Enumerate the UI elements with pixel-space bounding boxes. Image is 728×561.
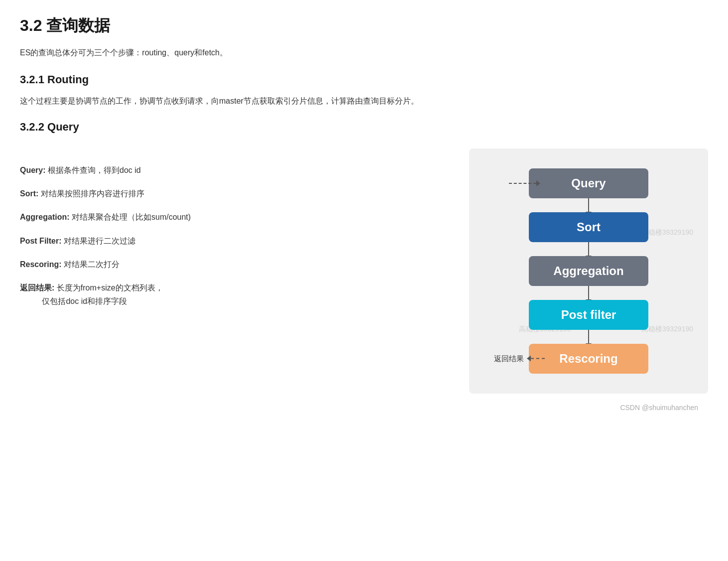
diagram-panel: 高稳楼39329190 高稳楼39329190 高稳楼39329190 高稳楼3… [469, 148, 708, 394]
main-title: 3.2 查询数据 [20, 15, 708, 37]
aggregation-row: Aggregation [494, 256, 683, 286]
arrow-a-pf [588, 286, 589, 300]
query-row: Query [494, 168, 683, 198]
item-val-query: 根据条件查询，得到doc id [48, 166, 141, 174]
item-key-return: 返回结果: [20, 283, 54, 292]
list-item-query: Query: 根据条件查询，得到doc id [20, 163, 449, 177]
query-title: 3.2.2 Query [20, 121, 708, 134]
routing-text: 这个过程主要是协调节点的工作，协调节点收到请求，向master节点获取索引分片信… [20, 94, 708, 109]
arrow-pf-r [588, 330, 589, 344]
item-key-sort: Sort: [20, 189, 38, 198]
list-item-rescoring: Rescoring: 对结果二次打分 [20, 258, 449, 271]
sort-box: Sort [529, 212, 648, 242]
arrow-q-s [588, 198, 589, 212]
list-item-aggregation: Aggregation: 对结果聚合处理（比如sum/count) [20, 210, 449, 224]
item-key-query: Query: [20, 166, 46, 174]
rescoring-box: Rescoring [529, 344, 648, 374]
list-item-post-filter: Post Filter: 对结果进行二次过滤 [20, 234, 449, 248]
sort-row: Sort [494, 212, 683, 242]
query-box: Query [529, 168, 648, 198]
diagram-container: Query Sort Aggregation [494, 168, 683, 374]
item-key-aggregation: Aggregation: [20, 213, 70, 221]
aggregation-box: Aggregation [529, 256, 648, 286]
arrow-s-a [588, 242, 589, 256]
list-item-return: 返回结果: 长度为from+size的文档列表， 仅包括doc id和排序字段 [20, 281, 449, 308]
query-arrow [509, 180, 540, 186]
intro-text: ES的查询总体分可为三个个步骤：routing、query和fetch。 [20, 46, 708, 59]
item-key-rescoring: Rescoring: [20, 260, 62, 269]
post-filter-box: Post filter [529, 300, 648, 330]
content-area: Query: 根据条件查询，得到doc id Sort: 对结果按照排序内容进行… [20, 148, 708, 394]
item-key-post-filter: Post Filter: [20, 237, 62, 245]
list-item-sort: Sort: 对结果按照排序内容进行排序 [20, 187, 449, 200]
return-arrow-group: 返回结果 [494, 354, 545, 363]
routing-title: 3.2.1 Routing [20, 73, 708, 86]
footer-credit: CSDN @shuimuhanchen [20, 404, 708, 412]
left-panel: Query: 根据条件查询，得到doc id Sort: 对结果按照排序内容进行… [20, 148, 449, 318]
item-val-post-filter: 对结果进行二次过滤 [64, 237, 135, 245]
item-val-sort: 对结果按照排序内容进行排序 [41, 189, 144, 198]
post-filter-row: Post filter [494, 300, 683, 330]
rescoring-row: 返回结果 Rescoring [494, 344, 683, 374]
item-val-rescoring: 对结果二次打分 [64, 260, 120, 269]
return-label: 返回结果 [494, 354, 524, 363]
item-val-aggregation: 对结果聚合处理（比如sum/count) [72, 213, 191, 221]
